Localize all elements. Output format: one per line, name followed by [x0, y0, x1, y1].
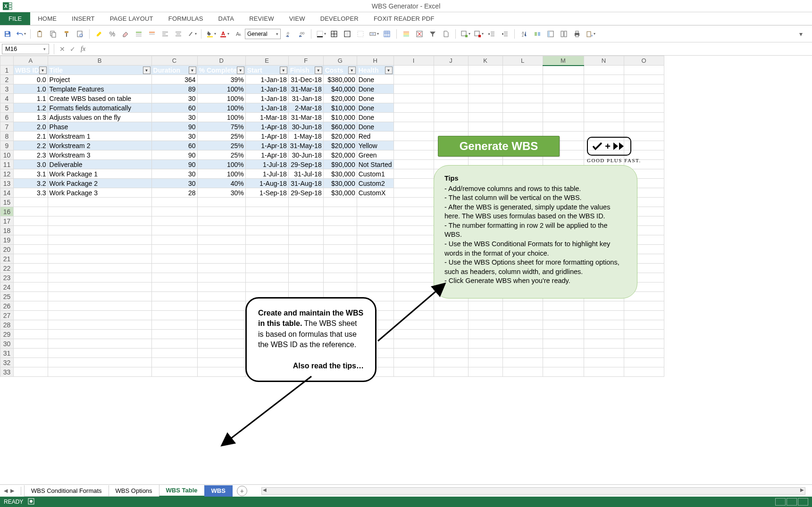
cell-B7[interactable]: Phase — [48, 122, 151, 132]
ribbon-tab-formulas[interactable]: FORMULAS — [161, 12, 211, 25]
cell-M33[interactable] — [543, 367, 584, 377]
cell-O31[interactable] — [624, 349, 664, 358]
cell-F21[interactable] — [288, 254, 323, 264]
cell-N1[interactable] — [584, 66, 624, 75]
cell-B15[interactable] — [48, 198, 151, 207]
row-header-26[interactable]: 26 — [0, 301, 14, 311]
cell-H21[interactable] — [357, 254, 393, 264]
cell-E9[interactable]: 1-Apr-18 — [245, 141, 288, 150]
cell-E3[interactable]: 1-Jan-18 — [245, 84, 288, 94]
align-left-icon[interactable] — [159, 28, 171, 40]
cell-B8[interactable]: Workstream 1 — [48, 132, 151, 141]
cell-M2[interactable] — [543, 75, 584, 84]
cell-C6[interactable]: 30 — [151, 113, 197, 122]
cell-O30[interactable] — [624, 339, 664, 349]
row-header-4[interactable]: 4 — [0, 94, 14, 103]
ribbon-tab-page-layout[interactable]: PAGE LAYOUT — [102, 12, 161, 25]
cell-C29[interactable] — [151, 330, 197, 339]
cell-M5[interactable] — [543, 103, 584, 113]
cell-C23[interactable] — [151, 273, 197, 283]
cell-E6[interactable]: 1-Mar-18 — [245, 113, 288, 122]
cell-K33[interactable] — [468, 367, 502, 377]
cell-K26[interactable] — [468, 301, 502, 311]
row-header-28[interactable]: 28 — [0, 320, 14, 330]
cell-B33[interactable] — [48, 367, 151, 377]
cell-J4[interactable] — [434, 94, 468, 103]
row-header-18[interactable]: 18 — [0, 226, 14, 235]
cell-G20[interactable] — [323, 245, 357, 254]
cell-G18[interactable] — [323, 226, 357, 235]
cell-B22[interactable] — [48, 264, 151, 273]
cell-F8[interactable]: 1-May-18 — [288, 132, 323, 141]
filter-dropdown-icon[interactable]: ▼ — [189, 66, 196, 74]
row-header-1[interactable]: 1 — [0, 66, 14, 75]
cell-H5[interactable]: Done — [357, 103, 393, 113]
macro-record-icon[interactable] — [28, 498, 34, 506]
cell-D29[interactable] — [197, 330, 245, 339]
cell-M27[interactable] — [543, 311, 584, 320]
cell-N5[interactable] — [584, 103, 624, 113]
cell-E20[interactable] — [245, 245, 288, 254]
cell-F7[interactable]: 30-Jun-18 — [288, 122, 323, 132]
cell-B32[interactable] — [48, 358, 151, 367]
cell-E23[interactable] — [245, 273, 288, 283]
row-header-12[interactable]: 12 — [0, 169, 14, 179]
cell-M32[interactable] — [543, 358, 584, 367]
cell-C8[interactable]: 30 — [151, 132, 197, 141]
cell-L27[interactable] — [502, 311, 543, 320]
row-header-2[interactable]: 2 — [0, 75, 14, 84]
cell-L30[interactable] — [502, 339, 543, 349]
cell-D8[interactable]: 25% — [197, 132, 245, 141]
cell-D11[interactable]: 100% — [197, 160, 245, 169]
cell-E19[interactable] — [245, 235, 288, 245]
col-header-C[interactable]: C — [151, 56, 197, 66]
cell-J29[interactable] — [434, 330, 468, 339]
cell-D31[interactable] — [197, 349, 245, 358]
cell-G3[interactable]: $40,000 — [323, 84, 357, 94]
cell-F5[interactable]: 2-Mar-18 — [288, 103, 323, 113]
cell-D20[interactable] — [197, 245, 245, 254]
sheet-nav-first-icon[interactable]: ◀ — [4, 488, 8, 494]
cell-F4[interactable]: 31-Jan-18 — [288, 94, 323, 103]
clear-format-icon[interactable] — [414, 28, 425, 40]
fx-icon[interactable]: fx — [78, 45, 88, 53]
cell-A7[interactable]: 2.0 — [14, 122, 48, 132]
row-header-5[interactable]: 5 — [0, 103, 14, 113]
row-header-6[interactable]: 6 — [0, 113, 14, 122]
cell-N28[interactable] — [584, 320, 624, 330]
cell-D15[interactable] — [197, 198, 245, 207]
cell-F11[interactable]: 29-Sep-18 — [288, 160, 323, 169]
cell-B16[interactable] — [48, 207, 151, 216]
cell-O29[interactable] — [624, 330, 664, 339]
cancel-icon[interactable]: ✕ — [57, 44, 67, 54]
cell-E12[interactable]: 1-Jul-18 — [245, 169, 288, 179]
highlight-icon[interactable] — [93, 28, 105, 40]
cell-A25[interactable] — [14, 292, 48, 301]
cell-F14[interactable]: 29-Sep-18 — [288, 188, 323, 198]
freeze-panes-icon[interactable] — [545, 28, 556, 40]
cell-E22[interactable] — [245, 264, 288, 273]
cell-K29[interactable] — [468, 330, 502, 339]
cell-G5[interactable]: $10,000 — [323, 103, 357, 113]
cell-N32[interactable] — [584, 358, 624, 367]
ribbon-tab-insert[interactable]: INSERT — [64, 12, 102, 25]
cell-C24[interactable] — [151, 283, 197, 292]
cell-F22[interactable] — [288, 264, 323, 273]
cell-A13[interactable]: 3.2 — [14, 179, 48, 188]
copy-icon[interactable] — [48, 28, 59, 40]
row-header-20[interactable]: 20 — [0, 245, 14, 254]
print-preview-icon[interactable] — [74, 28, 85, 40]
cell-F16[interactable] — [288, 207, 323, 216]
cell-I15[interactable] — [393, 198, 434, 207]
cell-G4[interactable]: $20,000 — [323, 94, 357, 103]
cell-K7[interactable] — [468, 122, 502, 132]
cell-I14[interactable] — [393, 188, 434, 198]
generate-wbs-button[interactable]: Generate WBS — [438, 136, 560, 157]
cell-I31[interactable] — [393, 349, 434, 358]
cell-H2[interactable]: Done — [357, 75, 393, 84]
cell-D33[interactable] — [197, 367, 245, 377]
cell-A23[interactable] — [14, 273, 48, 283]
cell-E14[interactable]: 1-Sep-18 — [245, 188, 288, 198]
cell-C27[interactable] — [151, 311, 197, 320]
filter-dropdown-icon[interactable]: ▼ — [348, 66, 356, 74]
